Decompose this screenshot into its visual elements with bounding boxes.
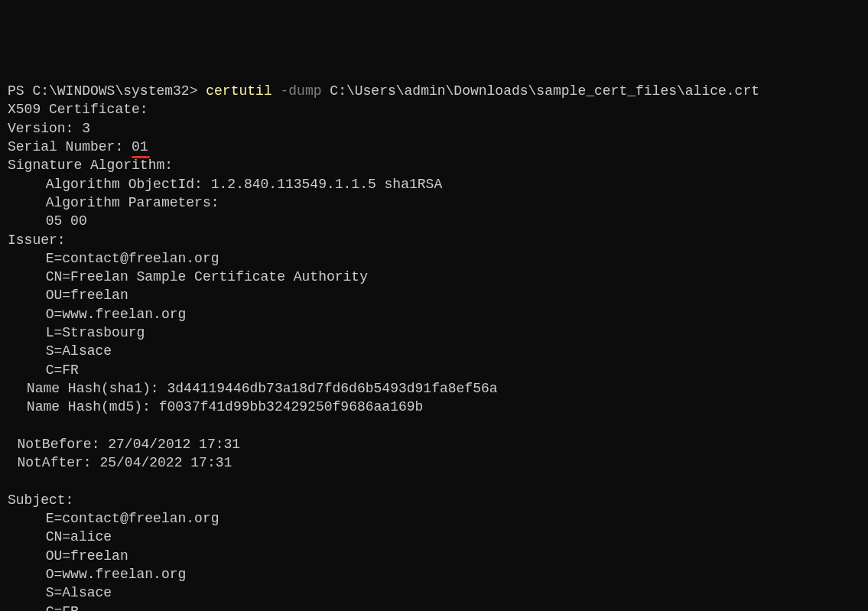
issuer-cn: CN=Freelan Sample Certificate Authority: [46, 269, 368, 284]
notafter-label: NotAfter:: [17, 455, 91, 470]
subject-cn: CN=alice: [46, 529, 112, 544]
out-alg-objid-label: Algorithm ObjectId:: [46, 177, 203, 192]
subject-s: S=Alsace: [46, 585, 112, 600]
notbefore-label: NotBefore:: [17, 437, 99, 452]
out-alg-objid-value: 1.2.840.113549.1.1.5 sha1RSA: [211, 177, 442, 192]
out-sigalg-label: Signature Algorithm:: [8, 158, 173, 173]
issuer-s: S=Alsace: [46, 343, 112, 359]
command-path-arg: C:\Users\admin\Downloads\sample_cert_fil…: [330, 83, 759, 99]
issuer-l: L=Strasbourg: [46, 325, 145, 340]
issuer-hash-md5: f0037f41d99bb32429250f9686aa169b: [159, 399, 424, 414]
issuer-e: E=contact@freelan.org: [46, 251, 219, 266]
terminal-output[interactable]: PS C:\WINDOWS\system32> certutil -dump C…: [8, 82, 860, 611]
serial-highlight: 01: [132, 138, 148, 156]
command: certutil: [206, 83, 271, 99]
subject-c: C=FR: [46, 604, 79, 612]
prompt-prefix: PS C:\WINDOWS\system32>: [8, 83, 197, 99]
issuer-hash-md5-label: Name Hash(md5):: [27, 399, 151, 414]
out-alg-params-label: Algorithm Parameters:: [46, 195, 219, 210]
out-subject-label: Subject:: [8, 492, 73, 508]
out-issuer-label: Issuer:: [8, 232, 66, 248]
issuer-c: C=FR: [46, 362, 79, 378]
out-serial-value: 01: [132, 139, 148, 154]
subject-o: O=www.freelan.org: [46, 567, 187, 582]
out-serial-label: Serial Number:: [8, 139, 123, 154]
subject-e: E=contact@freelan.org: [46, 511, 219, 526]
out-version-value: 3: [82, 121, 90, 136]
out-alg-params-value: 05 00: [46, 213, 87, 229]
out-heading: X509 Certificate:: [8, 102, 148, 117]
issuer-hash-sha1-label: Name Hash(sha1):: [27, 381, 159, 396]
command-flag: -dump: [281, 83, 322, 99]
subject-ou: OU=freelan: [46, 548, 128, 564]
notafter-value: 25/04/2022 17:31: [99, 455, 232, 470]
issuer-hash-sha1: 3d44119446db73a18d7fd6d6b5493d91fa8ef56a: [167, 381, 497, 396]
out-version-label: Version:: [8, 121, 73, 136]
notbefore-value: 27/04/2012 17:31: [108, 437, 240, 452]
issuer-o: O=www.freelan.org: [46, 307, 187, 322]
issuer-ou: OU=freelan: [46, 288, 128, 303]
